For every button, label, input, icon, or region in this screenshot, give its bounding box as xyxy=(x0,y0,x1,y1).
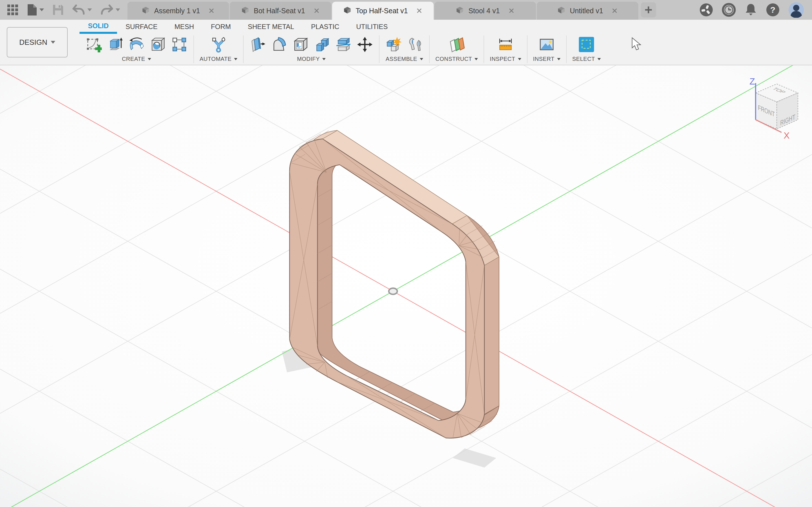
viewcube-x-label: X xyxy=(783,130,790,140)
close-tab-icon[interactable] xyxy=(416,8,422,14)
fillet-icon[interactable] xyxy=(271,36,288,53)
close-tab-icon[interactable] xyxy=(612,8,618,14)
document-cube-icon xyxy=(343,6,351,15)
joint-icon[interactable] xyxy=(407,36,423,53)
tab-mesh[interactable]: MESH xyxy=(166,20,202,34)
help-icon[interactable]: ? xyxy=(766,3,780,17)
workspace-switcher-label: DESIGN xyxy=(19,38,47,47)
app-launcher-grid-icon[interactable] xyxy=(7,4,18,16)
document-tab-title: Top Half-Seat v1 xyxy=(356,7,408,15)
revolve-icon[interactable] xyxy=(128,36,145,53)
construct-plane-icon[interactable] xyxy=(448,36,465,53)
origin-marker[interactable] xyxy=(389,288,397,294)
group-label-automate[interactable]: AUTOMATE xyxy=(200,56,238,62)
pattern-icon[interactable] xyxy=(171,36,188,53)
caret-down-icon xyxy=(420,58,423,60)
mouse-cursor xyxy=(631,37,644,52)
file-menu-caret-icon xyxy=(40,8,44,11)
caret-down-icon xyxy=(557,58,560,60)
job-status-clock-icon[interactable] xyxy=(722,3,736,17)
document-cube-icon xyxy=(557,6,565,15)
redo-button[interactable] xyxy=(100,4,120,15)
group-modify: MODIFY xyxy=(244,34,379,65)
automate-icon[interactable] xyxy=(210,36,227,53)
tab-solid[interactable]: SOLID xyxy=(80,20,117,34)
document-tab-assembly-1[interactable]: Assembly 1 v1 xyxy=(128,2,229,20)
extensions-icon[interactable] xyxy=(699,3,713,17)
save-button[interactable] xyxy=(52,4,64,15)
group-create: CREATE xyxy=(80,34,193,65)
document-tab-title: Bot Half-Seat v1 xyxy=(254,7,305,15)
user-avatar[interactable] xyxy=(788,2,804,18)
group-assemble: ASSEMBLE xyxy=(379,34,429,65)
combine-icon[interactable] xyxy=(313,36,331,53)
press-pull-icon[interactable] xyxy=(249,36,266,53)
document-tab-stool-4[interactable]: Stool 4 v1 xyxy=(435,2,536,20)
titlebar: Assembly 1 v1 Bot Half-Seat v1 Top Half-… xyxy=(0,0,812,20)
close-tab-icon[interactable] xyxy=(313,8,320,14)
group-automate: AUTOMATE xyxy=(194,34,243,65)
group-label-inspect[interactable]: INSPECT xyxy=(490,56,521,62)
workspace-caret-icon xyxy=(51,41,55,44)
move-copy-icon[interactable] xyxy=(356,36,373,53)
split-body-icon[interactable] xyxy=(335,36,352,53)
hole-icon[interactable] xyxy=(149,36,166,53)
close-tab-icon[interactable] xyxy=(508,8,515,14)
group-label-create[interactable]: CREATE xyxy=(122,56,151,62)
redo-caret-icon[interactable] xyxy=(116,8,120,11)
viewport-canvas[interactable]: TOP FRONT RIGHT Z X BROWSER COMMENTS xyxy=(0,65,812,507)
tab-utilities[interactable]: UTILITIES xyxy=(348,20,396,34)
measure-icon[interactable] xyxy=(497,36,514,53)
group-label-modify[interactable]: MODIFY xyxy=(297,56,326,62)
extrude-icon[interactable] xyxy=(107,36,123,53)
ribbon-tabs: SOLID SURFACE MESH FORM SHEET METAL PLAS… xyxy=(80,20,606,34)
undo-caret-icon[interactable] xyxy=(87,8,92,11)
tab-form[interactable]: FORM xyxy=(202,20,239,34)
new-component-icon[interactable] xyxy=(385,36,402,53)
document-tab-top-half-seat[interactable]: Top Half-Seat v1 xyxy=(332,2,434,20)
document-tab-title: Assembly 1 v1 xyxy=(154,7,200,15)
tab-sheet-metal[interactable]: SHEET METAL xyxy=(239,20,303,34)
caret-down-icon xyxy=(148,58,151,60)
document-cube-icon xyxy=(456,6,464,15)
close-tab-icon[interactable] xyxy=(208,8,214,14)
notifications-bell-icon[interactable] xyxy=(744,3,757,17)
group-inspect: INSPECT xyxy=(484,34,527,65)
document-tab-bot-half-seat[interactable]: Bot Half-Seat v1 xyxy=(230,2,331,20)
ribbon-toolbar: DESIGN SOLID SURFACE MESH FORM SHEET MET… xyxy=(0,20,812,65)
caret-down-icon xyxy=(598,58,601,60)
document-tab-title: Untitled v1 xyxy=(570,7,603,15)
caret-down-icon xyxy=(474,58,478,60)
document-tab-title: Stool 4 v1 xyxy=(468,7,500,15)
group-construct: CONSTRUCT xyxy=(430,34,484,65)
create-sketch-icon[interactable] xyxy=(85,36,102,53)
select-tool-icon[interactable] xyxy=(578,36,595,53)
tab-surface[interactable]: SURFACE xyxy=(117,20,166,34)
viewcube-z-label: Z xyxy=(749,76,755,87)
document-tabs: Assembly 1 v1 Bot Half-Seat v1 Top Half-… xyxy=(128,0,656,20)
group-label-select[interactable]: SELECT xyxy=(572,56,601,62)
fusion-360-window: Assembly 1 v1 Bot Half-Seat v1 Top Half-… xyxy=(0,0,812,507)
group-label-construct[interactable]: CONSTRUCT xyxy=(435,56,478,62)
shell-icon[interactable] xyxy=(292,36,309,53)
undo-button[interactable] xyxy=(72,4,92,15)
workspace-switcher-design[interactable]: DESIGN xyxy=(7,27,68,57)
group-label-insert[interactable]: INSERT xyxy=(533,56,560,62)
document-tab-untitled[interactable]: Untitled v1 xyxy=(537,2,638,20)
svg-text:?: ? xyxy=(770,5,775,14)
tab-plastic[interactable]: PLASTIC xyxy=(303,20,348,34)
group-label-assemble[interactable]: ASSEMBLE xyxy=(386,56,423,62)
caret-down-icon xyxy=(234,58,238,60)
group-insert: INSERT xyxy=(527,34,566,65)
new-tab-button[interactable] xyxy=(641,2,656,17)
document-cube-icon xyxy=(241,6,249,15)
insert-image-icon[interactable] xyxy=(538,36,555,53)
group-select: SELECT xyxy=(567,34,607,65)
3d-scene: TOP FRONT RIGHT Z X xyxy=(0,65,812,507)
document-cube-icon xyxy=(142,6,150,15)
caret-down-icon xyxy=(518,58,521,60)
viewport-background xyxy=(0,65,812,507)
caret-down-icon xyxy=(322,58,326,60)
file-menu-button[interactable] xyxy=(27,4,44,16)
